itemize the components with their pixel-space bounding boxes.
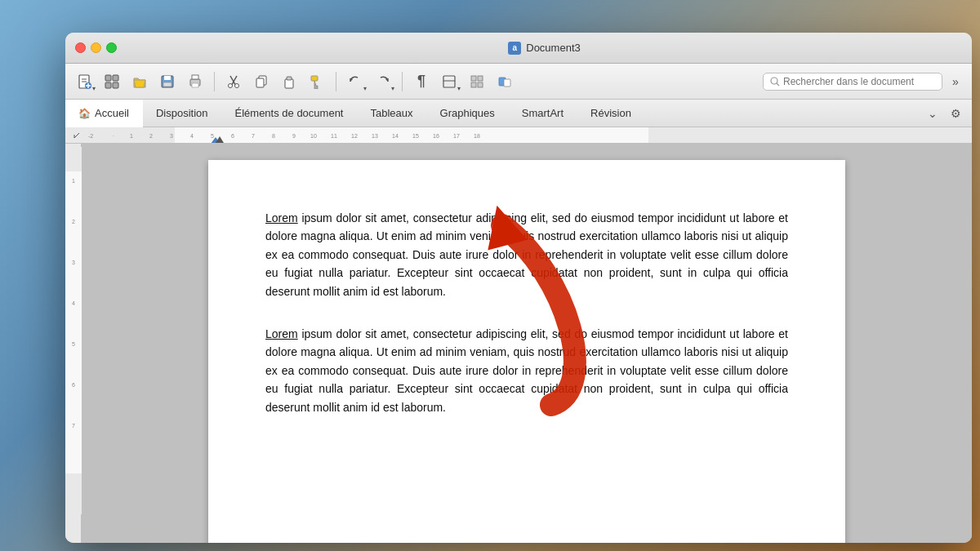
tab-disposition[interactable]: Disposition: [143, 100, 222, 127]
cut-btn[interactable]: [221, 69, 246, 94]
ruler-tab-marker[interactable]: [216, 136, 224, 143]
svg-text:11: 11: [331, 133, 337, 139]
svg-text:7: 7: [252, 133, 255, 139]
doc-scroll[interactable]: Lorem ipsum dolor sit amet, consectetur …: [82, 144, 972, 543]
tab-accueil[interactable]: 🏠 Accueil: [65, 100, 143, 127]
tab-tableaux-label: Tableaux: [370, 107, 412, 119]
paste-btn[interactable]: [277, 69, 301, 94]
ribbon-chevron-btn[interactable]: ⌄: [923, 104, 942, 123]
search-box[interactable]: [763, 73, 942, 91]
paragraph-2-text: ipsum dolor sit amet, consectetur adipis…: [265, 327, 788, 414]
ruler-bar: -2 · 1 2 3 4 5 6 7 8 9 10 11 12 13 14 15: [85, 127, 959, 143]
view-mode-btn[interactable]: [437, 69, 461, 94]
minimize-button[interactable]: [91, 42, 101, 53]
search-input[interactable]: [783, 76, 935, 87]
new-doc-btn[interactable]: [72, 69, 96, 94]
tab-revision-label: Révision: [590, 107, 631, 119]
svg-text:15: 15: [412, 133, 419, 139]
maximize-button[interactable]: [106, 42, 117, 53]
svg-rect-30: [504, 79, 510, 87]
paragraph-1: Lorem ipsum dolor sit amet, consectetur …: [265, 209, 788, 300]
svg-text:7: 7: [72, 423, 75, 429]
svg-text:6: 6: [231, 133, 234, 139]
svg-point-31: [771, 78, 777, 84]
svg-rect-9: [113, 82, 118, 88]
svg-rect-25: [471, 76, 476, 81]
document-page: Lorem ipsum dolor sit amet, consectetur …: [208, 160, 845, 543]
sep2: [336, 72, 336, 91]
svg-rect-26: [478, 76, 483, 81]
sep3: [402, 72, 403, 91]
svg-point-16: [229, 83, 233, 87]
document-title: Document3: [526, 42, 580, 54]
pilcrow-btn[interactable]: ¶: [409, 69, 434, 94]
svg-rect-6: [105, 75, 111, 81]
ribbon: 🏠 Accueil Disposition Éléments de docume…: [65, 100, 972, 127]
close-button[interactable]: [75, 42, 86, 53]
svg-rect-19: [256, 78, 264, 87]
svg-text:14: 14: [392, 133, 399, 139]
save-btn[interactable]: [155, 69, 180, 94]
tab-elements[interactable]: Éléments de document: [222, 100, 358, 127]
open-btn[interactable]: [127, 69, 152, 94]
svg-rect-28: [478, 82, 483, 87]
tab-smartart[interactable]: SmartArt: [509, 100, 577, 127]
tab-graphiques-label: Graphiques: [440, 107, 495, 119]
svg-text:1: 1: [72, 178, 75, 184]
undo-btn[interactable]: [343, 69, 368, 94]
svg-point-17: [235, 83, 239, 87]
svg-text:13: 13: [372, 133, 378, 139]
object-btn[interactable]: [492, 69, 517, 94]
toolbar: ¶: [65, 64, 972, 100]
svg-rect-33: [175, 127, 648, 143]
svg-text:12: 12: [351, 133, 358, 139]
svg-text:9: 9: [292, 133, 296, 139]
svg-text:1: 1: [130, 133, 133, 139]
svg-text:-2: -2: [88, 133, 93, 139]
svg-rect-22: [311, 76, 318, 81]
toolbar-overflow-btn[interactable]: »: [946, 72, 965, 91]
paragraph-2: Lorem ipsum dolor sit amet, consectetur …: [265, 325, 788, 416]
svg-rect-27: [471, 82, 476, 87]
tab-tableaux[interactable]: Tableaux: [357, 100, 426, 127]
home-icon: 🏠: [78, 108, 91, 119]
copy-btn[interactable]: [249, 69, 274, 94]
svg-text:10: 10: [310, 133, 317, 139]
ribbon-settings-btn[interactable]: ⚙: [946, 104, 965, 123]
tab-disposition-label: Disposition: [156, 107, 208, 119]
pilcrow-icon: ¶: [417, 73, 425, 90]
svg-rect-8: [105, 82, 111, 88]
ruler-corner: [69, 127, 85, 143]
view-grid-btn[interactable]: [465, 69, 489, 94]
title-bar: a Document3: [65, 33, 972, 64]
svg-text:8: 8: [272, 133, 275, 139]
templates-btn[interactable]: [100, 69, 124, 94]
paragraph-1-text: ipsum dolor sit amet, consectetur adipis…: [265, 211, 788, 298]
svg-text:16: 16: [433, 133, 439, 139]
format-paint-btn[interactable]: [305, 69, 329, 94]
svg-rect-12: [163, 82, 172, 87]
tab-elements-label: Éléments de document: [235, 107, 344, 119]
svg-text:17: 17: [453, 133, 460, 139]
print-btn[interactable]: [183, 69, 207, 94]
tab-revision[interactable]: Révision: [577, 100, 645, 127]
ribbon-actions: ⌄ ⚙: [923, 100, 972, 127]
window-title: a Document3: [127, 42, 962, 55]
search-icon: [770, 77, 780, 87]
svg-text:5: 5: [211, 133, 214, 139]
svg-text:3: 3: [72, 260, 75, 265]
sep1: [214, 72, 215, 91]
svg-rect-14: [192, 75, 198, 79]
svg-rect-20: [285, 79, 293, 88]
app-icon: a: [508, 42, 521, 55]
traffic-lights: [75, 42, 117, 53]
svg-text:6: 6: [72, 382, 75, 388]
redo-btn[interactable]: [371, 69, 395, 94]
svg-text:4: 4: [190, 133, 194, 139]
horizontal-ruler: -2 · 1 2 3 4 5 6 7 8 9 10 11 12 13 14 15: [65, 127, 972, 144]
svg-rect-11: [164, 76, 171, 80]
tab-graphiques[interactable]: Graphiques: [427, 100, 509, 127]
svg-rect-15: [192, 83, 198, 87]
svg-text:4: 4: [72, 300, 75, 306]
svg-rect-21: [287, 77, 292, 80]
